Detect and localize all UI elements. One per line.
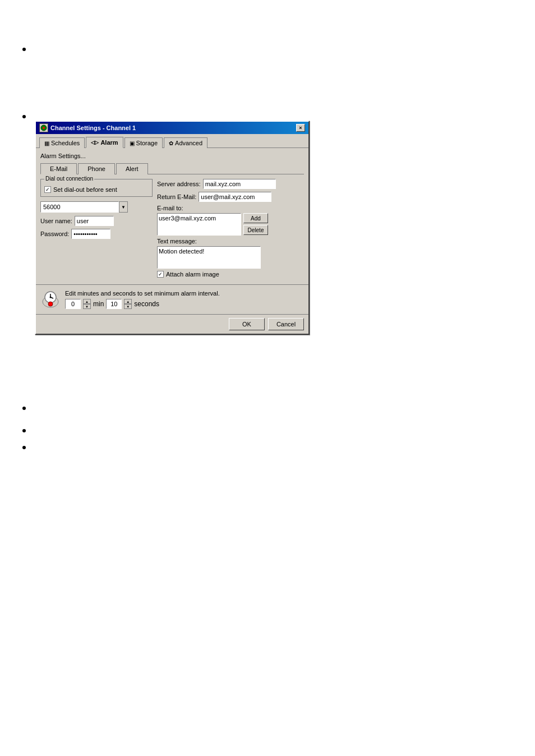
dial-out-group: Dial out connection ✓ Set dial-out befor… [40,179,153,197]
tab-schedules-label: Schedules [51,140,80,146]
tab-storage[interactable]: ▣ Storage [124,137,163,148]
sec-spinner: ▲ ▼ [124,299,132,309]
sec-input[interactable]: 10 [106,299,122,309]
text-message-label: Text message: [157,238,304,245]
timer-row: 0 ▲ ▼ min 10 ▲ ▼ seconds [65,299,304,309]
server-address-input[interactable] [203,179,276,189]
advanced-icon: ✿ [169,140,173,146]
min-spinner: ▲ ▼ [83,299,91,309]
min-label: min [93,300,104,308]
sub-tabs: E-Mail Phone Alert [40,163,304,174]
dialog-content: Alarm Settings... E-Mail Phone Alert Dia… [36,148,308,282]
tab-advanced-label: Advanced [175,140,202,146]
username-label: User name: [40,218,72,224]
svg-point-7 [48,302,53,306]
bullet-1 [22,45,26,53]
attach-checkbox[interactable]: ✓ [157,271,164,278]
sec-down-button[interactable]: ▼ [124,304,132,309]
info-text: Edit minutes and seconds to set minimum … [65,290,304,297]
svg-point-1 [43,127,45,129]
info-area: Edit minutes and seconds to set minimum … [65,290,304,309]
ok-button[interactable]: OK [229,318,265,330]
titlebar-left: Channel Settings - Channel 1 [39,123,136,132]
close-button[interactable]: × [296,124,305,132]
left-panel: Dial out connection ✓ Set dial-out befor… [40,179,153,278]
speed-dropdown[interactable]: 56000 [40,201,119,213]
dialog-titlebar: Channel Settings - Channel 1 × [36,122,308,134]
text-message-area[interactable]: Motion detected! [157,246,261,269]
server-address-row: Server address: [157,179,304,189]
email-list-container: user3@mail.xyz.com Add Delete [157,213,304,236]
tab-advanced[interactable]: ✿ Advanced [164,137,207,148]
username-input[interactable] [75,216,114,226]
bullet-5 [22,443,26,451]
sub-tab-phone[interactable]: Phone [78,163,115,174]
username-row: User name: [40,216,153,226]
sub-tab-alert[interactable]: Alert [116,163,148,174]
return-email-row: Return E-Mail: [157,192,304,202]
tab-storage-label: Storage [136,140,158,146]
add-button[interactable]: Add [243,213,268,223]
tab-alarm[interactable]: ◁▷ Alarm [86,137,123,148]
speed-dropdown-row: 56000 ▼ [40,201,153,213]
dial-out-label: Dial out connection [44,176,94,182]
bullet-4 [22,426,26,434]
attach-row: ✓ Attach alarm image [157,271,304,278]
title-icon [39,123,48,132]
email-listbox[interactable]: user3@mail.xyz.com [157,213,241,236]
bottom-info: Edit minutes and seconds to set minimum … [36,284,308,314]
clock-icon [40,289,61,310]
dialog-title: Channel Settings - Channel 1 [50,125,136,131]
attach-label: Attach alarm image [166,271,219,278]
sec-up-button[interactable]: ▲ [124,299,132,304]
right-panel: Server address: Return E-Mail: E-mail to… [157,179,304,278]
return-email-label: Return E-Mail: [157,193,196,200]
set-dial-checkbox[interactable]: ✓ [44,186,51,193]
password-label: Password: [40,231,69,237]
server-address-label: Server address: [157,181,201,187]
alarm-settings-label: Alarm Settings... [40,153,304,159]
min-down-button[interactable]: ▼ [83,304,91,309]
sec-label: seconds [134,300,159,308]
sub-tab-email[interactable]: E-Mail [40,163,77,174]
main-tabs: ▦ Schedules ◁▷ Alarm ▣ Storage ✿ Advance… [36,134,308,148]
password-input[interactable] [71,229,110,239]
email-button-col: Add Delete [243,213,268,236]
min-up-button[interactable]: ▲ [83,299,91,304]
set-dial-checkbox-row: ✓ Set dial-out before sent [44,186,149,193]
dialog-footer: OK Cancel [36,314,308,334]
tab-schedules[interactable]: ▦ Schedules [39,137,85,148]
delete-button[interactable]: Delete [243,225,268,235]
schedules-icon: ▦ [44,140,49,146]
channel-settings-dialog: Channel Settings - Channel 1 × ▦ Schedul… [35,121,310,335]
alarm-icon: ◁▷ [91,140,99,145]
min-input[interactable]: 0 [65,299,81,309]
set-dial-label: Set dial-out before sent [53,186,117,193]
dropdown-arrow[interactable]: ▼ [119,201,128,213]
email-to-label: E-mail to: [157,205,304,211]
password-row: Password: [40,229,153,239]
bullet-2 [22,112,26,120]
email-list-item: user3@mail.xyz.com [159,215,239,222]
tab-alarm-label: Alarm [100,139,118,146]
email-content: Dial out connection ✓ Set dial-out befor… [40,179,304,278]
storage-icon: ▣ [130,140,135,146]
cancel-button[interactable]: Cancel [268,318,304,330]
return-email-input[interactable] [199,192,271,202]
bullet-3 [22,404,26,412]
